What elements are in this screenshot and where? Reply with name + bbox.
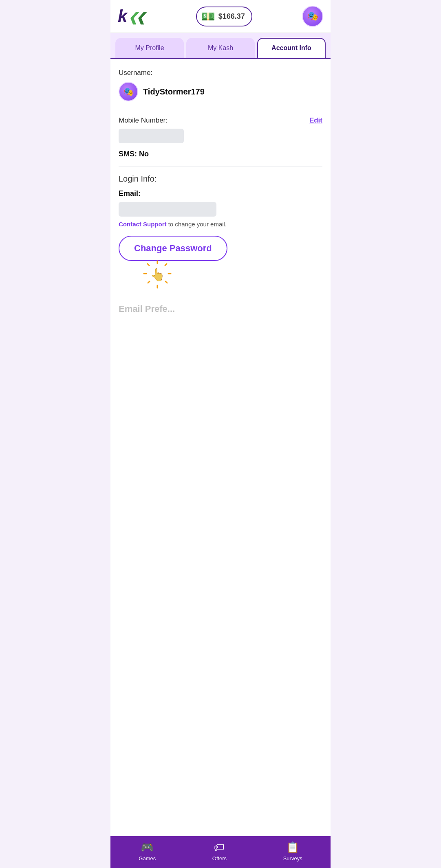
email-label: Email: (119, 189, 322, 198)
surveys-icon: 📋 (286, 841, 299, 854)
hand-pointer-icon: 👆 (150, 267, 165, 282)
account-info-content: Username: 🎭 TidyStormer179 Mobile Number… (110, 58, 331, 836)
tab-my-profile[interactable]: My Profile (115, 38, 184, 58)
svg-line-1 (165, 264, 167, 265)
tab-my-kash[interactable]: My Kash (186, 38, 255, 58)
bottom-nav: 🎮 Games 🏷 Offers 📋 Surveys (110, 836, 331, 868)
balance-amount: $166.37 (218, 12, 245, 21)
username-label: Username: (119, 69, 322, 77)
header: k ❮ ❮ 💵 $166.37 🎭 (110, 0, 331, 33)
avatar[interactable]: 🎭 (302, 6, 323, 27)
mobile-number-section: Mobile Number: Edit SMS: No (119, 116, 322, 158)
mobile-number-header: Mobile Number: Edit (119, 116, 322, 125)
username-row: 🎭 TidyStormer179 (119, 82, 322, 101)
logo-letter-k: k (118, 8, 127, 25)
sms-status: SMS: No (119, 150, 149, 158)
contact-support-text: Contact Support to change your email. (119, 221, 322, 228)
nav-label-offers: Offers (212, 855, 227, 861)
username-text: TidyStormer179 (143, 87, 205, 96)
contact-support-link[interactable]: Contact Support (119, 221, 167, 228)
username-avatar-emoji: 🎭 (123, 87, 134, 96)
nav-item-surveys[interactable]: 📋 Surveys (283, 841, 302, 861)
change-password-button[interactable]: Change Password (119, 236, 227, 261)
games-icon: 🎮 (141, 841, 154, 854)
svg-line-7 (148, 264, 149, 265)
nav-label-games: Games (139, 855, 156, 861)
money-icon: 💵 (201, 10, 215, 23)
click-animation: 👆 (119, 260, 322, 289)
contact-support-suffix: to change your email. (168, 221, 227, 228)
svg-line-3 (165, 281, 167, 283)
email-blurred (119, 202, 216, 217)
username-avatar: 🎭 (119, 82, 138, 101)
svg-line-5 (148, 281, 150, 283)
offers-icon: 🏷 (214, 841, 225, 854)
mobile-number-label: Mobile Number: (119, 116, 168, 125)
balance-pill: 💵 $166.37 (196, 7, 252, 26)
divider-2 (119, 167, 322, 167)
email-section: Email: Contact Support to change your em… (119, 189, 322, 228)
nav-item-games[interactable]: 🎮 Games (139, 841, 156, 861)
partially-visible-section: Email Prefe... (119, 300, 322, 314)
change-password-section: Change Password 👆 (119, 228, 322, 289)
logo: k ❮ ❮ (118, 8, 146, 25)
login-info-label: Login Info: (119, 174, 322, 184)
tab-account-info[interactable]: Account Info (257, 38, 326, 58)
divider-3 (119, 293, 322, 293)
username-section: Username: 🎭 TidyStormer179 (119, 69, 322, 101)
nav-label-surveys: Surveys (283, 855, 302, 861)
divider-1 (119, 109, 322, 109)
tabs-bar: My Profile My Kash Account Info (110, 33, 331, 58)
login-info-section: Login Info: Email: Contact Support to ch… (119, 174, 322, 228)
mobile-number-blurred (119, 129, 184, 143)
logo-chevron-2: ❮ (136, 10, 146, 24)
avatar-emoji: 🎭 (307, 11, 318, 22)
cursor-wrapper: 👆 (143, 260, 172, 289)
edit-mobile-link[interactable]: Edit (309, 116, 322, 125)
nav-item-offers[interactable]: 🏷 Offers (212, 841, 227, 861)
